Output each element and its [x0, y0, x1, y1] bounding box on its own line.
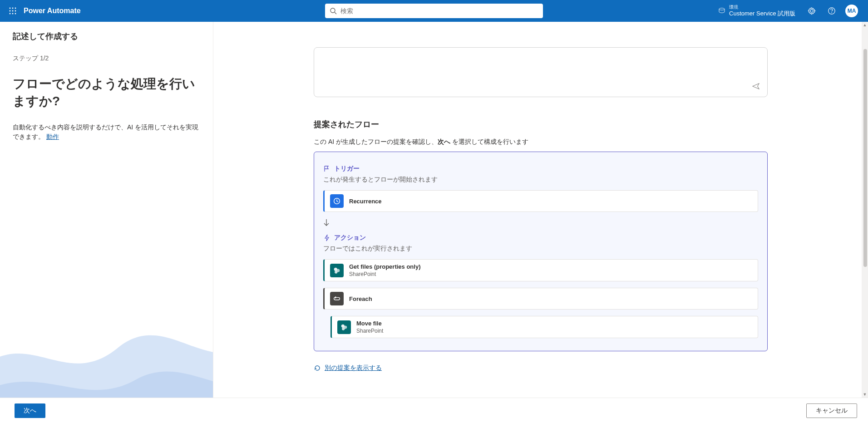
trigger-section-label: トリガー — [323, 165, 758, 173]
settings-button[interactable] — [803, 2, 821, 20]
svg-point-5 — [15, 10, 16, 12]
send-icon — [752, 82, 760, 90]
scroll-up-button[interactable]: ▲ — [862, 22, 868, 28]
loop-icon — [330, 292, 344, 305]
scroll-down-button[interactable]: ▼ — [862, 391, 868, 398]
page-title: 記述して作成する — [13, 31, 200, 42]
help-button[interactable] — [823, 2, 841, 20]
alt-suggestion-row: 別の提案を表示する — [314, 364, 768, 372]
environment-label: 環境 — [729, 5, 795, 10]
left-heading: フローでどのような処理を行いますか? — [13, 75, 200, 110]
svg-point-17 — [335, 271, 337, 273]
svg-point-8 — [15, 13, 16, 15]
trigger-card-title: Recurrence — [349, 198, 382, 205]
sharepoint-icon — [330, 264, 344, 277]
svg-point-1 — [12, 8, 14, 9]
trigger-section-desc: これが発生するとフローが開始されます — [323, 176, 758, 184]
scroll-thumb[interactable] — [863, 49, 867, 267]
help-icon — [828, 7, 836, 15]
recurrence-icon — [330, 194, 344, 208]
lightning-icon — [323, 234, 330, 241]
arrow-down-icon — [323, 218, 330, 227]
trigger-card[interactable]: Recurrence — [323, 190, 758, 212]
svg-point-6 — [10, 13, 11, 15]
svg-point-2 — [15, 8, 16, 9]
action-card-subtitle: SharePoint — [356, 328, 383, 334]
top-right-controls: 環境 Customer Service 試用版 MA — [713, 2, 864, 20]
flag-icon — [323, 165, 330, 172]
right-pane: 提案されたフロー この AI が生成したフローの提案を確認し、次へ を選択して構… — [213, 22, 868, 398]
search-icon — [330, 7, 337, 15]
action-card-subtitle: SharePoint — [349, 271, 420, 277]
svg-point-3 — [10, 10, 11, 12]
suggested-section: 提案されたフロー この AI が生成したフローの提案を確認し、次へ を選択して構… — [314, 119, 768, 351]
action-section-label: アクション — [323, 234, 758, 242]
flow-arrow — [323, 212, 758, 234]
flow-card[interactable]: トリガー これが発生するとフローが開始されます Recurrence — [314, 152, 768, 351]
action-card[interactable]: Get files (properties only)SharePoint — [323, 259, 758, 281]
suggested-title: 提案されたフロー — [314, 119, 768, 130]
action-card[interactable]: Move fileSharePoint — [330, 316, 758, 338]
scrollbar[interactable]: ▲ ▼ — [862, 22, 868, 398]
next-button[interactable]: 次へ — [15, 403, 45, 418]
environment-name: Customer Service 試用版 — [729, 10, 795, 17]
action-card-title: Move file — [356, 320, 383, 327]
right-scroll[interactable]: 提案されたフロー この AI が生成したフローの提案を確認し、次へ を選択して構… — [213, 22, 868, 398]
footer-bar: 次へ キャンセル — [0, 398, 868, 423]
suggested-subtitle: この AI が生成したフローの提案を確認し、次へ を選択して構成を行います — [314, 138, 768, 146]
action-card-title: Foreach — [349, 295, 372, 302]
brand-title[interactable]: Power Automate — [24, 7, 81, 15]
action-card[interactable]: Foreach — [323, 288, 758, 310]
how-it-works-link[interactable]: 動作 — [46, 133, 59, 140]
search-container — [325, 4, 543, 18]
refresh-icon — [314, 364, 321, 372]
svg-point-7 — [12, 13, 14, 15]
svg-line-10 — [335, 12, 336, 14]
alt-suggestion-link[interactable]: 別の提案を表示する — [325, 364, 382, 372]
search-box[interactable] — [325, 4, 543, 18]
environment-picker[interactable]: 環境 Customer Service 試用版 — [713, 5, 801, 17]
search-input[interactable] — [340, 7, 538, 15]
svg-point-4 — [12, 10, 14, 12]
prompt-box[interactable] — [314, 47, 768, 97]
cancel-button[interactable]: キャンセル — [806, 403, 857, 418]
action-section-desc: フローではこれが実行されます — [323, 245, 758, 253]
waffle-icon — [9, 7, 16, 15]
sharepoint-icon — [337, 320, 351, 334]
left-description: 自動化するべき内容を説明するだけで、AI を活用してそれを実現できます。 動作 — [13, 123, 200, 142]
environment-icon — [718, 7, 725, 15]
svg-point-20 — [342, 327, 345, 330]
svg-point-9 — [330, 8, 335, 13]
svg-point-11 — [719, 8, 725, 10]
decor-wave — [0, 257, 213, 398]
left-description-text: 自動化するべき内容を説明するだけで、AI を活用してそれを実現できます。 — [13, 123, 198, 140]
top-bar: Power Automate 環境 Customer Service 試用版 M… — [0, 0, 868, 22]
left-pane: 記述して作成する ステップ 1/2 フローでどのような処理を行いますか? 自動化… — [0, 22, 213, 398]
svg-point-13 — [831, 12, 832, 13]
account-button[interactable]: MA — [843, 2, 861, 20]
svg-point-0 — [10, 8, 11, 9]
app-launcher-button[interactable] — [4, 2, 22, 20]
action-card-title: Get files (properties only) — [349, 263, 420, 270]
step-label: ステップ 1/2 — [13, 54, 200, 63]
gear-icon — [808, 7, 816, 15]
send-button[interactable] — [752, 82, 760, 90]
avatar: MA — [845, 5, 858, 17]
